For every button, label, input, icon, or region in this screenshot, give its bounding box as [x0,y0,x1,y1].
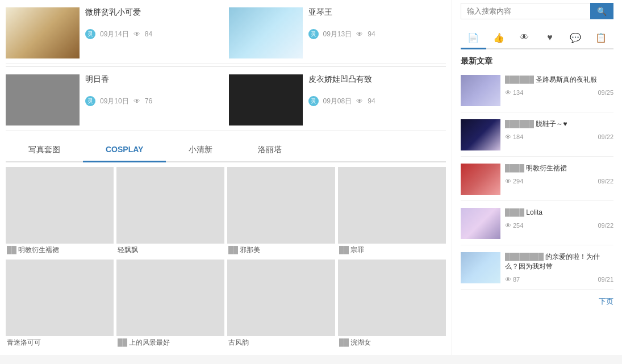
photo-caption-8: ██ 浣湖女 [338,336,446,349]
latest-views-5: 👁 87 [505,276,520,283]
tag-icon: 灵 [85,29,95,39]
photo-caption-7: 古风韵 [227,336,335,349]
latest-date-5: 09/21 [598,276,613,283]
article-info-2: 亚琴王 灵 09月13日 👁 94 [308,7,446,39]
article-title-4: 皮衣娇娃凹凸有致 [308,74,446,85]
caption-user-3: ██ [228,246,240,254]
photo-item-2[interactable]: 轻飘飘 [116,167,224,257]
article-views-4: 94 [368,97,375,105]
sidebar-section-title: 最新文章 [461,56,613,69]
latest-meta-5: 👁 87 09/21 [505,276,613,283]
search-input[interactable] [461,3,590,19]
latest-info-3: ████ 明教衍生襦裙 👁 294 09/22 [505,164,613,185]
tab-document-icon[interactable]: 📄 [461,28,486,49]
latest-article-2[interactable]: ██████ 脱鞋子～♥ 👁 184 09/22 [461,119,613,157]
latest-thumb-4 [461,208,500,239]
latest-article-1[interactable]: ██████ 圣路易斯真的夜礼服 👁 134 09/25 [461,75,613,112]
photo-image [6,167,114,244]
photo-item[interactable]: ██ 明教衍生襦裙 [6,167,114,257]
tab-view-icon[interactable]: 👁 [512,28,537,49]
search-button[interactable]: 🔍 [590,3,613,19]
article-thumbnail-4 [229,74,303,125]
article-meta-2: 灵 09月13日 👁 94 [308,29,446,39]
search-bar: 🔍 [461,3,613,19]
caption-user-8: ██ [339,338,350,346]
article-views: 84 [145,30,152,38]
photo-item-6[interactable]: ██ 上的风景最好 [116,260,224,349]
tab-fresh[interactable]: 小清新 [166,139,235,162]
caption-text-8: 浣湖女 [350,338,371,346]
caption-user-4: ██ [339,246,350,254]
latest-thumb-5 [461,252,500,283]
eye-icon: 👁 [133,30,140,38]
photo-grid-row1: ██ 明教衍生襦裙 轻飘飘 ██ 邪那美 ██ [6,167,446,257]
photo-grid-row2: 青迷洛可可 ██ 上的风景最好 古风韵 ██ 浣湖 [6,260,446,349]
photo-image-3 [227,167,335,244]
photo-item-5[interactable]: 青迷洛可可 [6,260,114,349]
article-info-4: 皮衣娇娃凹凸有致 灵 09月08日 👁 94 [308,74,446,106]
caption-user-6: ██ [118,338,129,346]
article-views-3: 76 [145,97,152,105]
tab-heart-icon[interactable]: ♥ [537,28,562,49]
photo-item-7[interactable]: 古风韵 [227,260,335,349]
latest-title-4: ████ Lolita [505,208,613,217]
latest-meta-4: 👁 254 09/22 [505,222,613,229]
photo-image-4 [338,167,446,244]
latest-info-5: ████████ 的亲爱的啦！为什么？因为我对带 👁 87 09/21 [505,252,613,283]
photo-item-3[interactable]: ██ 邪那美 [227,167,335,257]
article-info: 微胖贫乳小可爱 灵 09月14日 👁 84 [85,7,223,39]
photo-caption-6: ██ 上的风景最好 [116,336,224,349]
article-date-4: 09月08日 [323,97,352,106]
sidebar-next-page[interactable]: 下页 [461,296,613,307]
photo-caption-2: 轻飘飘 [116,244,224,257]
latest-article-3[interactable]: ████ 明教衍生襦裙 👁 294 09/22 [461,164,613,201]
latest-thumb-1 [461,75,500,106]
tag-icon-2: 灵 [308,29,319,39]
photo-caption-4: ██ 宗罪 [338,244,446,257]
caption-user: ██ [7,246,18,254]
latest-title-3: ████ 明教衍生襦裙 [505,164,613,173]
latest-meta-1: 👁 134 09/25 [505,89,613,96]
article-thumbnail-2 [229,7,303,58]
tag-icon-3: 灵 [85,96,95,106]
article-item[interactable]: 微胖贫乳小可爱 灵 09月14日 👁 84 亚琴王 灵 09月13日 👁 [6,3,446,64]
latest-thumb-3 [461,164,500,195]
article-item-2[interactable]: 明日香 灵 09月10日 👁 76 皮衣娇娃凹凸有致 灵 09月08日 👁 [6,70,446,131]
photo-image-7 [227,260,335,336]
caption-text: 明教衍生襦裙 [18,246,59,254]
tab-cosplay[interactable]: COSPLAY [83,139,166,162]
latest-date-1: 09/25 [598,89,613,96]
latest-meta-3: 👁 294 09/22 [505,178,613,185]
caption-text-4: 宗罪 [350,246,364,254]
caption-text-5: 青迷洛可可 [7,338,41,346]
tab-like-icon[interactable]: 👍 [486,28,512,49]
article-meta-4: 灵 09月08日 👁 94 [308,96,446,106]
sidebar: 🔍 📄 👍 👁 ♥ 💬 📋 最新文章 ██████ 圣路易斯真的夜礼服 👁 13… [452,0,622,355]
latest-views-1: 👁 134 [505,89,523,96]
caption-text-3: 邪那美 [240,246,260,254]
latest-date-2: 09/22 [598,133,613,140]
tab-comment-icon[interactable]: 💬 [562,28,588,49]
photo-item-4[interactable]: ██ 宗罪 [338,167,446,257]
article-thumbnail [6,7,80,58]
tab-photo[interactable]: 写真套图 [6,139,83,162]
latest-info-1: ██████ 圣路易斯真的夜礼服 👁 134 09/25 [505,75,613,96]
photo-caption: ██ 明教衍生襦裙 [6,244,114,257]
article-meta-3: 灵 09月10日 👁 76 [85,96,223,106]
photo-image-2 [116,167,224,244]
photo-item-8[interactable]: ██ 浣湖女 [338,260,446,349]
category-tabs: 写真套图 COSPLAY 小清新 洛丽塔 [6,139,446,162]
latest-info-4: ████ Lolita 👁 254 09/22 [505,208,613,229]
article-date-3: 09月10日 [100,97,129,106]
recent-articles-list: 微胖贫乳小可爱 灵 09月14日 👁 84 亚琴王 灵 09月13日 👁 [6,0,446,136]
latest-views-3: 👁 294 [505,178,523,185]
latest-meta-2: 👁 184 09/22 [505,133,613,140]
latest-article-4[interactable]: ████ Lolita 👁 254 09/22 [461,208,613,245]
article-meta: 灵 09月14日 👁 84 [85,29,223,39]
tab-clipboard-icon[interactable]: 📋 [588,28,613,49]
latest-article-5[interactable]: ████████ 的亲爱的啦！为什么？因为我对带 👁 87 09/21 [461,252,613,290]
caption-text-7: 古风韵 [228,338,249,346]
article-title-2: 亚琴王 [308,7,446,18]
icon-tabs: 📄 👍 👁 ♥ 💬 📋 [461,28,613,49]
tab-lolita[interactable]: 洛丽塔 [235,139,304,162]
